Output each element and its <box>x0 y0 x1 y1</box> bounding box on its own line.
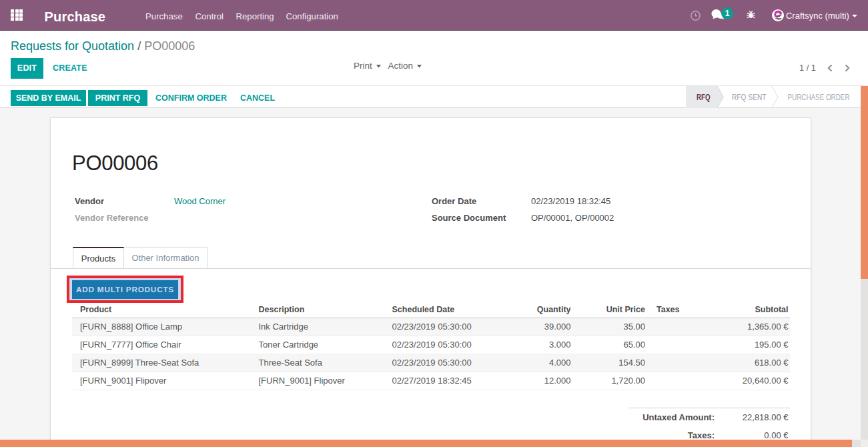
svg-text:PURCHASE ORDER: PURCHASE ORDER <box>788 93 850 102</box>
svg-text:RFQ SENT: RFQ SENT <box>732 93 767 102</box>
svg-text:RFQ: RFQ <box>697 93 711 102</box>
